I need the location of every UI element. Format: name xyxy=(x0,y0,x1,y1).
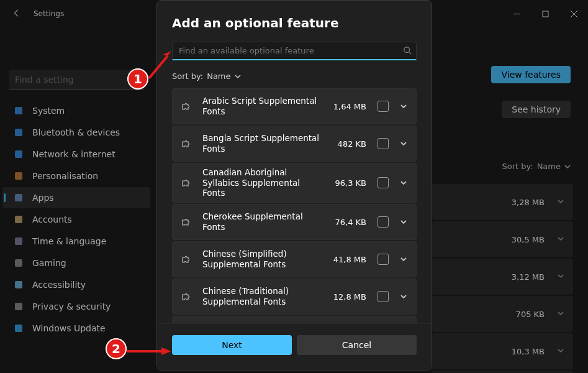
svg-line-16 xyxy=(409,52,412,55)
feature-size: 96,3 KB xyxy=(327,178,366,188)
puzzle-icon xyxy=(181,292,191,302)
feature-checkbox[interactable] xyxy=(378,177,389,188)
feature-size: 41,8 MB xyxy=(327,255,366,264)
chevron-down-icon[interactable] xyxy=(400,101,407,113)
puzzle-icon xyxy=(181,101,191,111)
feature-checkbox[interactable] xyxy=(378,291,389,302)
cancel-button[interactable]: Cancel xyxy=(297,335,417,355)
chevron-down-icon[interactable] xyxy=(400,138,407,150)
chevron-down-icon[interactable] xyxy=(400,216,407,228)
svg-point-15 xyxy=(404,47,410,53)
feature-item[interactable]: Devanagari Supplemental Fonts1,46 MB xyxy=(172,316,417,323)
feature-size: 482 KB xyxy=(327,139,366,149)
feature-item[interactable]: Canadian Aboriginal Syllabics Supplement… xyxy=(172,163,417,203)
feature-size: 76,4 KB xyxy=(327,218,366,227)
feature-name: Bangla Script Supplemental Fonts xyxy=(202,133,327,154)
feature-name: Canadian Aboriginal Syllabics Supplement… xyxy=(202,167,327,199)
feature-name: Cherokee Supplemental Fonts xyxy=(202,211,327,233)
feature-item[interactable]: Arabic Script Supplemental Fonts1,64 MB xyxy=(172,88,417,124)
feature-name: Chinese (Traditional) Supplemental Fonts xyxy=(202,286,327,307)
puzzle-icon xyxy=(181,217,191,227)
puzzle-icon xyxy=(181,178,191,188)
feature-search-input[interactable] xyxy=(172,42,417,60)
feature-checkbox[interactable] xyxy=(378,254,389,265)
modal-title: Add an optional feature xyxy=(172,16,417,30)
feature-checkbox[interactable] xyxy=(378,138,389,149)
annotation-step-2: 2 xyxy=(106,338,127,359)
feature-checkbox[interactable] xyxy=(378,101,389,112)
feature-item[interactable]: Chinese (Simplified) Supplemental Fonts4… xyxy=(172,241,417,277)
puzzle-icon xyxy=(181,254,191,264)
sort-value: Name xyxy=(207,71,230,81)
chevron-down-icon[interactable] xyxy=(400,177,407,189)
feature-item[interactable]: Cherokee Supplemental Fonts76,4 KB xyxy=(172,204,417,240)
modal-sort[interactable]: Sort by: Name xyxy=(157,65,432,88)
chevron-down-icon xyxy=(235,73,241,80)
annotation-arrow-1 xyxy=(147,50,178,81)
search-icon xyxy=(403,45,412,57)
svg-marker-18 xyxy=(163,51,171,56)
feature-item[interactable]: Bangla Script Supplemental Fonts482 KB xyxy=(172,126,417,162)
annotation-arrow-2 xyxy=(127,345,173,357)
feature-name: Chinese (Simplified) Supplemental Fonts xyxy=(202,249,327,270)
svg-line-17 xyxy=(149,56,168,78)
annotation-step-1: 1 xyxy=(127,68,148,90)
feature-size: 12,8 MB xyxy=(327,292,366,302)
svg-marker-20 xyxy=(161,348,171,355)
chevron-down-icon[interactable] xyxy=(400,254,407,265)
feature-checkbox[interactable] xyxy=(378,216,389,228)
next-button[interactable]: Next xyxy=(172,335,292,355)
add-feature-modal: Add an optional feature Sort by: Name Ar… xyxy=(156,0,432,371)
puzzle-icon xyxy=(181,139,191,149)
feature-name: Arabic Script Supplemental Fonts xyxy=(202,96,327,117)
feature-size: 1,64 MB xyxy=(327,102,366,111)
chevron-down-icon[interactable] xyxy=(400,291,407,303)
feature-item[interactable]: Chinese (Traditional) Supplemental Fonts… xyxy=(172,279,417,315)
